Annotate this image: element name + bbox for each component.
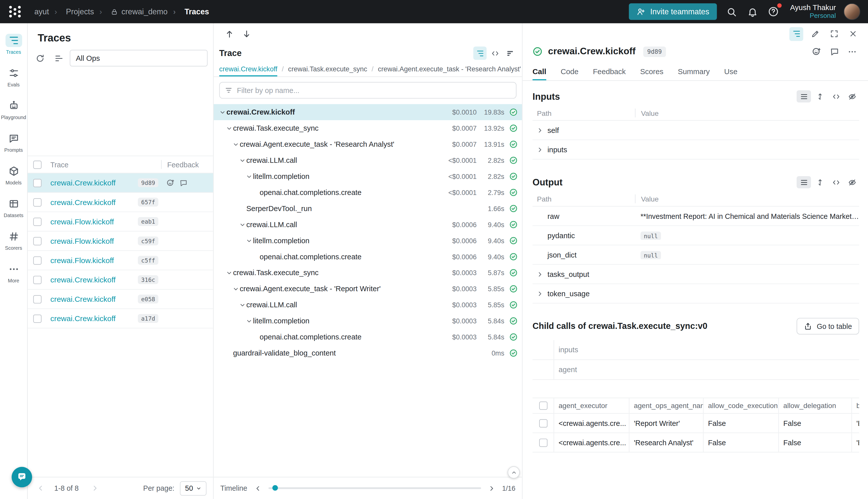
trace-tree-row[interactable]: openai.chat.completions.create <$0.0001 … [214,184,522,200]
output-code-button[interactable] [829,176,843,188]
timeline-prev-button[interactable] [253,483,263,493]
refresh-button[interactable] [32,50,48,66]
trace-tree-row[interactable]: crewai.Task.execute_sync $0.0003 5.87s [214,265,522,281]
chevron-down-icon[interactable] [225,269,233,277]
column-settings-button[interactable] [51,50,66,66]
ops-filter-select[interactable]: All Ops [70,50,208,66]
inputs-hide-button[interactable] [845,90,859,102]
emoji-feedback-icon[interactable] [166,179,175,187]
trace-name[interactable]: crewai.Crew.kickoff [50,314,138,322]
child-call-row[interactable]: <crewai.agents.cre... 'Report Writer' Fa… [532,414,859,433]
trace-tree-row[interactable]: openai.chat.completions.create $0.0006 9… [214,249,522,265]
breadcrumb-entity[interactable]: ayut [34,7,49,16]
trace-tree-row[interactable]: crewai.Crew.kickoff $0.0010 19.83s [214,104,522,120]
edit-button[interactable] [808,27,822,41]
row-checkbox[interactable] [33,237,41,245]
chevron-right-icon[interactable] [536,146,544,154]
trace-name[interactable]: crewai.Crew.kickoff [50,179,138,187]
trace-name[interactable]: crewai.Crew.kickoff [50,295,138,303]
row-checkbox[interactable] [33,256,41,264]
row-checkbox[interactable] [33,179,41,187]
row-checkbox[interactable] [33,217,41,226]
invite-teammates-button[interactable]: Invite teammates [629,3,717,20]
sidebar-item-datasets[interactable]: Datasets [0,191,27,223]
trace-tree-row[interactable]: crewai.Agent.execute_task - 'Research An… [214,136,522,152]
timeline-next-button[interactable] [487,483,497,493]
output-row[interactable]: pydantic null [532,226,859,245]
trace-list-row[interactable]: crewai.Flow.kickoff eab1 [28,212,213,231]
trace-list-row[interactable]: crewai.Crew.kickoff 316c [28,270,213,290]
inputs-row[interactable]: inputs [532,140,859,160]
output-hide-button[interactable] [845,176,859,188]
trace-tree-row[interactable]: litellm.completion $0.0006 9.40s [214,233,522,249]
prev-page-button[interactable] [34,482,47,494]
child-call-row[interactable]: <crewai.agents.cre... 'Research Analyst'… [532,433,859,452]
inputs-list-view-button[interactable] [797,90,811,102]
chevron-down-icon[interactable] [245,173,253,180]
trace-list-row[interactable]: crewai.Crew.kickoff a17d [28,309,213,328]
timeline-slider[interactable] [268,487,481,489]
trace-tree-row[interactable]: crewai.Agent.execute_task - 'Report Writ… [214,281,522,297]
comment-button[interactable] [828,46,840,58]
col-header[interactable]: allow_code_execution [703,398,778,413]
col-header[interactable]: agent_ops_agent_nan [629,398,703,413]
notifications-bell-icon[interactable] [746,5,759,19]
overflow-menu-button[interactable] [846,46,858,58]
chevron-down-icon[interactable] [238,157,246,164]
inputs-row[interactable]: self [532,121,859,140]
user-menu[interactable]: Ayush Thakur Personal [790,3,836,20]
fullscreen-button[interactable] [827,27,841,41]
detail-tab[interactable]: Scores [640,64,664,81]
sidebar-item-prompts[interactable]: Prompts [0,126,27,158]
chevron-right-icon[interactable] [536,126,544,134]
close-button[interactable] [846,27,860,41]
comment-feedback-icon[interactable] [179,179,188,187]
support-chat-button[interactable] [12,467,32,487]
trace-list-row[interactable]: crewai.Crew.kickoff 9d89 [28,173,213,193]
prev-trace-arrow-icon[interactable] [225,29,234,38]
chevron-down-icon[interactable] [245,317,253,325]
output-row[interactable]: raw **Investment Report: AI in Chemical … [532,207,859,226]
chevron-down-icon[interactable] [238,301,246,309]
trace-name[interactable]: crewai.Crew.kickoff [50,198,138,206]
go-to-table-button[interactable]: Go to table [797,318,859,334]
trace-tree-row[interactable]: crewai.LLM.call <$0.0001 2.82s [214,152,522,168]
chevron-right-icon[interactable] [536,290,544,297]
op-filter-input[interactable] [237,86,511,95]
sidebar-item-more[interactable]: More [0,256,27,289]
trace-tree-row[interactable]: crewai.LLM.call $0.0003 5.85s [214,297,522,313]
call-id-badge[interactable]: 9d89 [643,46,666,57]
detail-tab[interactable]: Summary [678,64,710,81]
row-checkbox[interactable] [539,438,547,447]
avatar[interactable] [844,3,860,20]
next-trace-arrow-icon[interactable] [242,29,251,38]
sidebar-item-models[interactable]: Models [0,158,27,191]
detail-tab[interactable]: Use [724,64,737,81]
child-select-all-checkbox[interactable] [539,402,547,410]
trace-tree-row[interactable]: crewai.Task.execute_sync $0.0007 13.92s [214,120,522,136]
tree-view-button[interactable] [473,47,487,60]
trace-list-row[interactable]: crewai.Flow.kickoff c5ff [28,251,213,270]
trace-list-row[interactable]: crewai.Crew.kickoff e058 [28,290,213,309]
trace-tree-row[interactable]: litellm.completion <$0.0001 2.82s [214,168,522,184]
trace-list-row[interactable]: crewai.Flow.kickoff c59f [28,231,213,251]
sidebar-item-traces[interactable]: Traces [0,28,27,60]
detail-tab[interactable]: Feedback [593,64,626,81]
breadcrumb-project[interactable]: crewai_demo [94,7,168,16]
row-checkbox[interactable] [33,198,41,206]
inputs-expand-button[interactable] [813,90,827,102]
trace-tree-row[interactable]: crewai.LLM.call $0.0006 9.40s [214,217,522,233]
trace-breadcrumb-tab[interactable]: crewai.Crew.kickoff [219,62,277,76]
wandb-logo-icon[interactable] [8,4,22,19]
trace-name[interactable]: crewai.Flow.kickoff [50,217,138,226]
next-page-button[interactable] [89,482,101,494]
col-header[interactable]: allow_delegation [778,398,852,413]
chevron-right-icon[interactable] [536,270,544,278]
trace-name[interactable]: crewai.Flow.kickoff [50,237,138,245]
trace-name[interactable]: crewai.Crew.kickoff [50,276,138,284]
trace-tree-row[interactable]: openai.chat.completions.create $0.0003 5… [214,329,522,345]
output-row[interactable]: tasks_output [532,265,859,284]
chevron-down-icon[interactable] [225,124,233,132]
per-page-select[interactable]: 50 [180,481,207,495]
search-icon[interactable] [725,5,738,19]
